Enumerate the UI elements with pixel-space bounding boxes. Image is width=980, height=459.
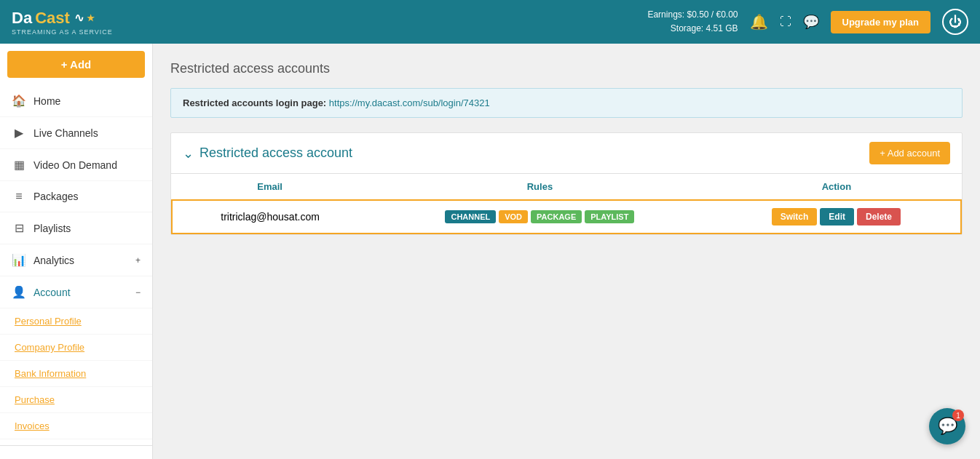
sidebar-sub-item-bank-information[interactable]: Bank Information — [0, 361, 152, 387]
table-header: Email Rules Action — [172, 174, 961, 200]
table-header-row: Email Rules Action — [172, 174, 961, 200]
main-content: Restricted access accounts Restricted ac… — [153, 44, 980, 459]
sidebar-label-live-channels: Live Channels — [33, 127, 98, 139]
chat-icon[interactable]: 💬 — [803, 14, 819, 30]
back-arrow-icon: ← — [70, 455, 83, 459]
info-box-label: Restricted accounts login page: — [183, 97, 326, 108]
delete-button[interactable]: Delete — [857, 208, 901, 225]
section-title: Restricted access account — [199, 145, 352, 161]
sidebar-label-vod: Video On Demand — [33, 159, 117, 171]
sidebar-sub-item-invoices[interactable]: Invoices — [0, 413, 152, 439]
sidebar-item-home[interactable]: 🏠 Home — [0, 85, 152, 117]
sidebar-label-home: Home — [33, 95, 60, 107]
rule-badge-channel: CHANNEL — [445, 210, 496, 223]
sidebar-item-live-channels[interactable]: ▶ Live Channels — [0, 117, 152, 149]
edit-button[interactable]: Edit — [820, 208, 854, 225]
fullscreen-icon[interactable]: ⛶ — [780, 15, 791, 28]
info-box-link[interactable]: https://my.dacast.com/sub/login/74321 — [329, 97, 490, 108]
upgrade-button[interactable]: Upgrade my plan — [831, 11, 930, 33]
cell-rules: CHANNELVODPACKAGEPLAYLIST — [368, 200, 712, 234]
main-layout: + Add 🏠 Home ▶ Live Channels ▦ Video On … — [0, 44, 980, 459]
table-body: tritriclag@housat.comCHANNELVODPACKAGEPL… — [172, 200, 961, 234]
logo-cast: Cast — [35, 9, 70, 28]
earnings-block: Earnings: $0.50 / €0.00 Storage: 4.51 GB — [647, 8, 738, 36]
logo-subtitle: STREAMING AS A SERVICE — [12, 28, 165, 36]
home-icon: 🏠 — [12, 94, 26, 108]
add-account-button[interactable]: + Add account — [869, 142, 950, 164]
playlists-icon: ⊟ — [12, 221, 26, 235]
earnings-label: Earnings: $0.50 / €0.00 — [647, 8, 738, 22]
storage-label: Storage: 4.51 GB — [647, 22, 738, 36]
header: DaCast ∿ ★ STREAMING AS A SERVICE Earnin… — [0, 0, 980, 44]
sidebar-label-analytics: Analytics — [33, 255, 74, 266]
col-rules: Rules — [368, 174, 712, 200]
section-header: ⌄ Restricted access account + Add accoun… — [171, 133, 962, 174]
logo-title: DaCast ∿ ★ — [12, 9, 165, 28]
packages-icon: ≡ — [12, 190, 26, 203]
cell-action: SwitchEditDelete — [712, 200, 961, 234]
add-button[interactable]: + Add — [7, 51, 145, 78]
expand-icon-analytics: + — [135, 255, 141, 266]
col-action: Action — [712, 174, 961, 200]
analytics-icon: 📊 — [12, 253, 26, 267]
logo-wave-icon: ∿ — [74, 11, 84, 25]
sidebar-label-packages: Packages — [33, 191, 78, 202]
sidebar-item-packages[interactable]: ≡ Packages — [0, 181, 152, 212]
sidebar-item-playlists[interactable]: ⊟ Playlists — [0, 212, 152, 244]
rule-badge-playlist: PLAYLIST — [585, 210, 634, 223]
info-box: Restricted accounts login page: https://… — [170, 88, 963, 118]
accounts-table: Email Rules Action tritriclag@housat.com… — [171, 174, 962, 234]
back-arrow[interactable]: ← — [0, 445, 152, 459]
logo-da: Da — [12, 9, 32, 28]
col-email: Email — [172, 174, 368, 200]
rule-badge-package: PACKAGE — [531, 210, 582, 223]
sidebar-label-playlists: Playlists — [33, 223, 71, 234]
sidebar-sub-item-personal-profile[interactable]: Personal Profile — [0, 308, 152, 335]
switch-button[interactable]: Switch — [772, 208, 818, 225]
chevron-down-icon[interactable]: ⌄ — [183, 145, 194, 161]
live-channels-icon: ▶ — [12, 126, 26, 140]
expand-icon-account: − — [135, 287, 141, 298]
table-row: tritriclag@housat.comCHANNELVODPACKAGEPL… — [172, 200, 961, 234]
account-icon: 👤 — [12, 285, 26, 299]
cell-email: tritriclag@housat.com — [172, 200, 368, 234]
section-card: ⌄ Restricted access account + Add accoun… — [170, 132, 963, 235]
sidebar: + Add 🏠 Home ▶ Live Channels ▦ Video On … — [0, 44, 153, 459]
vod-icon: ▦ — [12, 158, 26, 172]
page-title: Restricted access accounts — [170, 61, 963, 76]
sidebar-item-account[interactable]: 👤 Account − — [0, 276, 152, 308]
sidebar-item-analytics[interactable]: 📊 Analytics + — [0, 244, 152, 276]
sub-nav-items: Personal ProfileCompany ProfileBank Info… — [0, 308, 152, 439]
chat-badge: 1 — [952, 410, 964, 421]
header-right: Earnings: $0.50 / €0.00 Storage: 4.51 GB… — [647, 8, 968, 36]
power-button[interactable]: ⏻ — [942, 9, 968, 35]
nav-items: 🏠 Home ▶ Live Channels ▦ Video On Demand… — [0, 85, 152, 308]
sidebar-sub-item-company-profile[interactable]: Company Profile — [0, 335, 152, 361]
rule-badge-vod: VOD — [499, 210, 528, 223]
logo: DaCast ∿ ★ STREAMING AS A SERVICE — [12, 9, 165, 36]
chat-button[interactable]: 💬 1 — [929, 408, 965, 444]
sidebar-sub-item-purchase[interactable]: Purchase — [0, 387, 152, 413]
sidebar-label-account: Account — [33, 287, 71, 298]
notification-icon[interactable]: 🔔 — [750, 13, 768, 31]
logo-star-icon: ★ — [87, 13, 95, 23]
sidebar-item-vod[interactable]: ▦ Video On Demand — [0, 149, 152, 181]
